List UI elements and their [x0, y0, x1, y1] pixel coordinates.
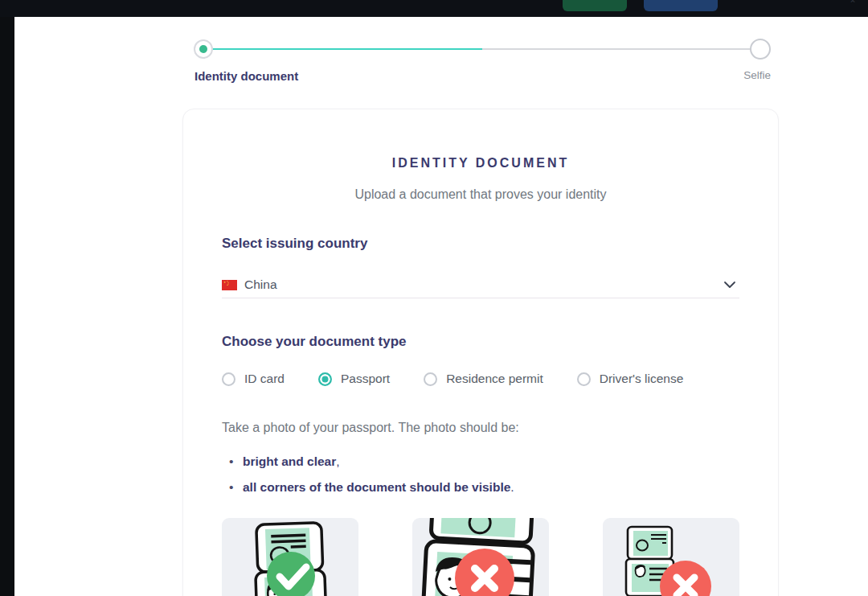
radio-icon — [577, 372, 591, 386]
step-label-selfie: Selfie — [743, 69, 771, 81]
chevron-up-icon[interactable]: ⌃ — [849, 0, 857, 10]
screen: ⌃ Identity document Selfie IDENTITY DOCU… — [0, 0, 868, 596]
document-type-radio-group: ID card Passport Residence permit Driver… — [222, 372, 739, 386]
progress-stepper: Identity document Selfie — [182, 37, 771, 85]
topbar-green-button[interactable] — [563, 0, 627, 11]
active-step-dot-icon — [199, 45, 207, 53]
country-select[interactable]: China — [222, 271, 739, 298]
doctype-section-label: Choose your document type — [222, 334, 739, 350]
radio-icon — [222, 372, 235, 386]
china-flag-icon — [222, 279, 237, 290]
stepper-progress — [205, 48, 482, 50]
country-section-label: Select issuing country — [222, 236, 739, 252]
card-subtitle: Upload a document that proves your ident… — [222, 187, 739, 202]
identity-document-card: IDENTITY DOCUMENT Upload a document that… — [182, 109, 779, 596]
photo-instructions-intro: Take a photo of your passport. The photo… — [222, 421, 739, 435]
doctype-option-id-card[interactable]: ID card — [222, 372, 285, 386]
chevron-down-icon — [723, 277, 736, 292]
passport-too-far-example — [603, 518, 739, 596]
radio-icon — [424, 372, 437, 386]
radio-icon — [318, 372, 332, 386]
doctype-option-residence-permit[interactable]: Residence permit — [424, 372, 543, 386]
requirement-item: all corners of the document should be vi… — [222, 480, 739, 495]
step-node-identity-document[interactable] — [194, 39, 213, 59]
doctype-option-drivers-license[interactable]: Driver's license — [577, 372, 684, 386]
requirement-item: bright and clear, — [222, 454, 739, 469]
doctype-option-passport[interactable]: Passport — [318, 372, 390, 386]
photo-requirements-list: bright and clear, all corners of the doc… — [222, 454, 739, 495]
passport-good-example — [222, 518, 358, 596]
card-title: IDENTITY DOCUMENT — [222, 156, 739, 171]
selected-country: China — [244, 277, 277, 292]
example-photos-row — [222, 518, 739, 596]
browser-topbar: ⌃ — [0, 0, 868, 17]
step-node-selfie[interactable] — [750, 39, 771, 60]
passport-too-close-example — [412, 518, 549, 596]
step-label-identity-document: Identity document — [194, 69, 298, 83]
left-frame-strip — [0, 17, 14, 596]
topbar-blue-button[interactable] — [644, 0, 718, 11]
